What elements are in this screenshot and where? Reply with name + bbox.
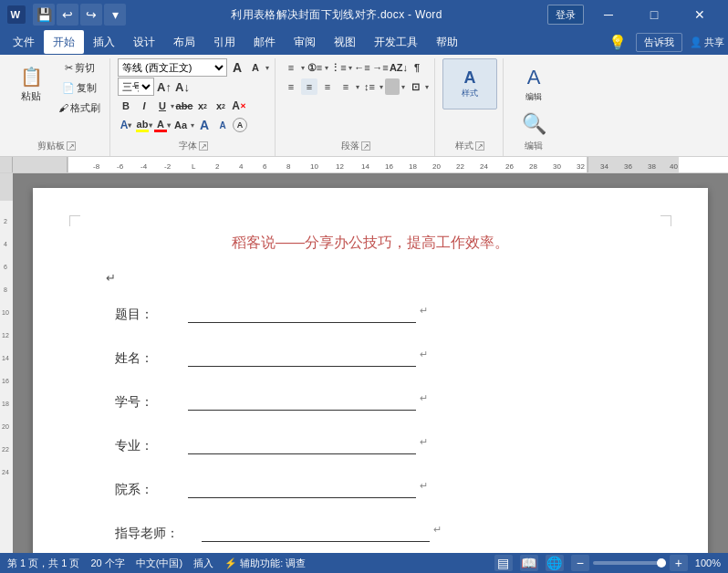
- svg-text:14: 14: [361, 162, 369, 171]
- word-count[interactable]: 20 个字: [90, 557, 124, 570]
- font-grow-button[interactable]: A: [229, 59, 245, 76]
- undo-button[interactable]: ↩: [57, 4, 78, 26]
- justify-button[interactable]: ≡: [338, 78, 354, 95]
- form-row-major: 专业： ↵: [115, 434, 635, 454]
- underline-button[interactable]: U: [154, 98, 171, 114]
- login-button[interactable]: 登录: [547, 5, 584, 25]
- font-increase-button[interactable]: A↑: [156, 78, 172, 95]
- accessibility[interactable]: ⚡ 辅助功能: 调查: [224, 557, 306, 570]
- department-line[interactable]: [188, 478, 416, 498]
- studentid-line[interactable]: [188, 391, 416, 411]
- enter-mark-2: ↵: [420, 349, 428, 360]
- web-layout-btn[interactable]: 🌐: [546, 555, 564, 571]
- zoom-in-btn[interactable]: +: [670, 555, 688, 571]
- title-line[interactable]: [188, 303, 416, 323]
- text-effect-button[interactable]: A ▾: [118, 117, 134, 133]
- font-smallA-button[interactable]: A: [214, 117, 231, 133]
- para-row1: ≡ ▾ ①≡ ▾ ⋮≡ ▾ ←≡ →≡ AZ↓ ¶: [283, 58, 429, 77]
- name-line[interactable]: [188, 347, 416, 367]
- sort-button[interactable]: AZ↓: [390, 59, 407, 76]
- input-mode[interactable]: 插入: [193, 557, 213, 570]
- list-number-button[interactable]: ①≡: [307, 59, 323, 76]
- svg-text:28: 28: [529, 162, 537, 171]
- major-line[interactable]: [188, 434, 416, 454]
- redo-button[interactable]: ↪: [80, 4, 102, 26]
- editing-group: A 编辑 🔍 编辑: [505, 58, 562, 156]
- format-painter-button[interactable]: 🖌 格式刷: [55, 99, 104, 117]
- shading-button[interactable]: [385, 78, 400, 95]
- align-center-button[interactable]: ≡: [301, 78, 317, 95]
- font-bigA-button[interactable]: A: [196, 117, 213, 133]
- outdent-button[interactable]: ←≡: [354, 59, 370, 76]
- share-button[interactable]: 👤 共享: [690, 36, 724, 49]
- language[interactable]: 中文(中国): [136, 557, 182, 570]
- paragraph-expander[interactable]: ↗: [361, 141, 370, 151]
- find-replace-button[interactable]: A 编辑: [511, 58, 556, 109]
- align-right-button[interactable]: ≡: [319, 78, 336, 95]
- menu-developer[interactable]: 开发工具: [365, 30, 427, 54]
- font-decrease-button[interactable]: A↓: [174, 78, 191, 95]
- advisor-line[interactable]: [202, 522, 430, 542]
- maximize-button[interactable]: □: [633, 0, 675, 29]
- underline-dropdown[interactable]: ▾: [171, 102, 174, 110]
- close-button[interactable]: ✕: [679, 0, 721, 29]
- svg-text:8: 8: [286, 162, 291, 171]
- svg-text:12: 12: [2, 332, 9, 339]
- show-para-button[interactable]: ¶: [409, 59, 425, 76]
- form-row-title: 题目： ↵: [115, 303, 635, 323]
- cut-button[interactable]: ✂ 剪切: [55, 58, 104, 77]
- minimize-button[interactable]: ─: [588, 0, 629, 29]
- page-info[interactable]: 第 1 页，共 1 页: [7, 557, 79, 570]
- status-bar: 第 1 页，共 1 页 20 个字 中文(中国) 插入 ⚡ 辅助功能: 调查 ▤…: [0, 553, 728, 573]
- align-left-button[interactable]: ≡: [283, 78, 299, 95]
- zoom-out-btn[interactable]: −: [571, 555, 589, 571]
- font-shrink-button[interactable]: A: [247, 59, 264, 76]
- menu-layout[interactable]: 布局: [164, 30, 204, 54]
- menu-mailings[interactable]: 邮件: [244, 30, 285, 54]
- menu-references[interactable]: 引用: [204, 30, 244, 54]
- styles-button[interactable]: A 样式: [442, 58, 497, 109]
- copy-button[interactable]: 📄 复制: [55, 78, 104, 97]
- italic-button[interactable]: I: [136, 98, 152, 114]
- menu-help[interactable]: 帮助: [427, 30, 467, 54]
- menu-insert[interactable]: 插入: [84, 30, 124, 54]
- font-aa-button[interactable]: Aa: [172, 117, 189, 133]
- line-spacing-button[interactable]: ↕≡: [361, 78, 378, 95]
- list-bullet-button[interactable]: ≡: [283, 59, 299, 76]
- border-button[interactable]: ⊡: [407, 78, 423, 95]
- highlight-button[interactable]: ab ▾: [136, 117, 152, 133]
- zoom-slider[interactable]: − +: [571, 555, 688, 571]
- help-icon[interactable]: 💡: [607, 31, 629, 53]
- menu-home[interactable]: 开始: [44, 30, 84, 54]
- clear-format-button[interactable]: A ✕: [231, 98, 247, 114]
- menu-file[interactable]: 文件: [4, 30, 44, 54]
- font-expander[interactable]: ↗: [199, 141, 208, 151]
- indent-button[interactable]: →≡: [372, 59, 389, 76]
- bold-button[interactable]: B: [118, 98, 134, 114]
- styles-icon: A: [464, 68, 476, 88]
- person-icon: 👤: [690, 36, 702, 48]
- list-multi-button[interactable]: ⋮≡: [330, 59, 347, 76]
- font-name-selector[interactable]: 等线 (西文正文): [118, 58, 227, 77]
- zoom-level[interactable]: 100%: [695, 557, 721, 568]
- font-circle-button[interactable]: A: [233, 118, 247, 132]
- print-layout-btn[interactable]: ▤: [494, 555, 513, 571]
- menu-design[interactable]: 设计: [124, 30, 164, 54]
- font-size-selector[interactable]: 三号: [118, 78, 154, 96]
- paste-button[interactable]: 📋 粘贴: [9, 58, 53, 109]
- svg-text:2: 2: [215, 162, 220, 171]
- save-button[interactable]: 💾: [33, 4, 55, 26]
- subscript-button[interactable]: x2: [194, 98, 211, 114]
- customize-button[interactable]: ▾: [104, 4, 126, 26]
- menu-view[interactable]: 视图: [325, 30, 365, 54]
- document-scroll[interactable]: 稻客说——分享办公技巧，提高工作效率。 ↵ 题目： ↵ 姓名： ↵: [13, 173, 728, 553]
- clipboard-expander[interactable]: ↗: [67, 141, 76, 151]
- styles-expander[interactable]: ↗: [475, 141, 484, 151]
- tell-me-box[interactable]: 告诉我: [636, 33, 682, 52]
- font-color-button[interactable]: A ▾: [154, 117, 171, 133]
- read-mode-btn[interactable]: 📖: [520, 555, 538, 571]
- superscript-button[interactable]: x2: [213, 98, 229, 114]
- menu-review[interactable]: 审阅: [285, 30, 325, 54]
- search-button[interactable]: 🔍: [511, 110, 556, 138]
- strikethrough-button[interactable]: abc: [176, 98, 192, 114]
